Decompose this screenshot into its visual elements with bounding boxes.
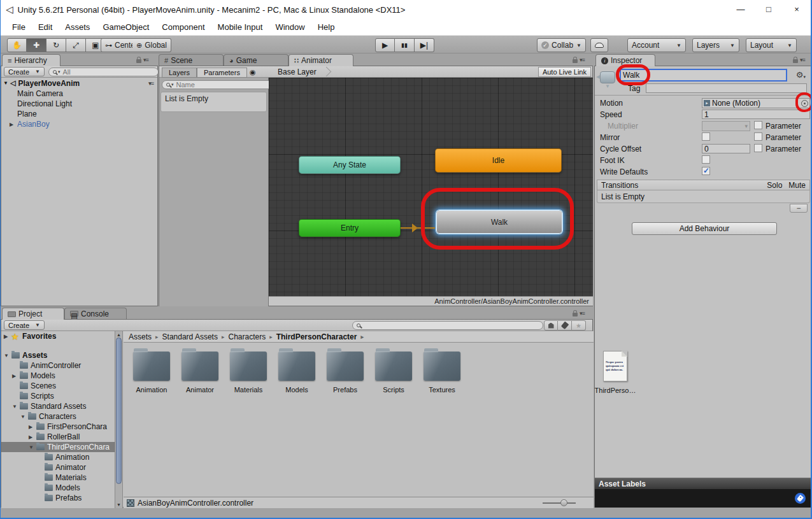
breadcrumb-item[interactable]: Assets — [129, 332, 162, 341]
tab[interactable]: Scene — [159, 54, 224, 66]
scene-row[interactable]: ▼ ◁ PlayerMoveAnim ▾≡ — [1, 78, 157, 89]
project-tree-item[interactable]: Scripts — [1, 391, 115, 401]
breadcrumb-item[interactable]: ThirdPersonCharacter — [276, 332, 367, 341]
hierarchy-item[interactable]: ▶ AsianBoy — [1, 119, 157, 129]
remove-transition-button[interactable]: − — [790, 204, 808, 213]
project-tree-item[interactable]: Materials — [1, 473, 115, 483]
project-tree-item[interactable]: ▼ ThirdPersonChara — [1, 442, 115, 452]
cycle-offset-input[interactable] — [702, 144, 750, 153]
hierarchy-item[interactable]: Plane — [1, 109, 157, 119]
project-tree-item[interactable]: ▶ FirstPersonChara — [1, 422, 115, 432]
project-tree-item[interactable]: Prefabs — [1, 493, 115, 503]
project-tree-item[interactable]: ▼ Assets — [1, 350, 115, 360]
motion-object-field[interactable]: ▸ None (Motion) — [702, 98, 810, 108]
project-tree-item[interactable]: Animator — [1, 462, 115, 473]
folder-tile[interactable]: Models — [273, 348, 321, 394]
state-node-idle[interactable]: Idle — [435, 148, 562, 173]
foldout-arrow-icon[interactable]: ▼ — [3, 80, 10, 86]
mirror-checkbox[interactable] — [702, 132, 710, 141]
lock-icon[interactable] — [573, 313, 578, 316]
state-node-any-state[interactable]: Any State — [299, 156, 401, 174]
account-dropdown[interactable]: Account ▼ — [627, 38, 686, 52]
state-node-entry[interactable]: Entry — [299, 219, 401, 237]
menu-item[interactable]: Assets — [59, 22, 96, 32]
parameters-search-input[interactable] — [175, 80, 268, 89]
pause-button[interactable]: ▮▮ — [395, 38, 415, 52]
foldout-arrow-icon[interactable]: ▼ — [20, 414, 28, 420]
foldout-arrow-icon[interactable]: ▼ — [4, 353, 11, 359]
thumbnail-zoom-slider[interactable] — [543, 502, 576, 504]
project-tree-item[interactable]: ▶ RollerBall — [1, 432, 115, 442]
cloud-button[interactable] — [590, 38, 608, 52]
auto-live-link-button[interactable]: Auto Live Link — [538, 67, 591, 77]
menu-item[interactable]: Component — [155, 22, 211, 32]
tab[interactable]: Animator — [288, 54, 353, 66]
lock-icon[interactable] — [793, 59, 798, 63]
collab-dropdown[interactable]: ✓ Collab ▼ — [537, 38, 586, 52]
foot-ik-checkbox[interactable] — [702, 155, 710, 164]
panel-menu-icon[interactable]: ▾≡ — [148, 80, 153, 87]
maximize-button[interactable]: □ — [755, 0, 783, 19]
foldout-arrow-icon[interactable]: ▼ — [12, 404, 20, 409]
search-by-type-button[interactable] — [544, 320, 558, 331]
folder-tile[interactable]: Materials — [224, 348, 273, 394]
scroll-up-icon[interactable]: ▲ — [117, 332, 121, 337]
lock-icon[interactable] — [573, 59, 578, 63]
folder-tile[interactable]: Animator — [176, 348, 224, 394]
project-tree-scrollbar[interactable]: ▲ ▼ — [115, 331, 123, 508]
breadcrumb-item[interactable]: Characters — [228, 332, 276, 341]
state-machine-graph[interactable]: Any State Entry Idle Walk — [269, 78, 593, 297]
menu-item[interactable]: Edit — [32, 22, 59, 32]
menu-item[interactable]: GameObject — [96, 22, 155, 32]
gear-icon[interactable]: ⚙ — [796, 70, 806, 80]
project-tree-item[interactable]: ▼ Characters — [1, 411, 115, 422]
project-create-button[interactable]: Create ▼ — [4, 320, 45, 330]
panel-menu-icon[interactable]: ▾≡ — [580, 310, 585, 316]
foldout-arrow-icon[interactable]: ▶ — [29, 434, 36, 440]
minimize-button[interactable]: — — [727, 0, 755, 19]
document-tile[interactable]: Neque porro quisquam est qui dolorem. Th… — [591, 348, 639, 394]
breadcrumb-item[interactable]: Standard Assets — [162, 332, 229, 341]
lock-icon[interactable] — [136, 59, 141, 63]
hierarchy-item[interactable]: Directional Light — [1, 99, 157, 109]
menu-item[interactable]: Mobile Input — [211, 22, 269, 32]
eye-icon[interactable]: ◉ — [250, 68, 256, 76]
menu-item[interactable]: Window — [269, 22, 311, 32]
step-button[interactable]: ▶| — [415, 38, 434, 52]
state-name-input[interactable] — [620, 69, 787, 81]
project-tree-item[interactable]: ▶ Models — [1, 371, 115, 381]
folder-tile[interactable]: Prefabs — [321, 348, 369, 394]
foldout-arrow-icon[interactable]: ▶ — [29, 424, 36, 430]
scale-tool-button[interactable]: ⤢ — [66, 38, 86, 52]
panel-menu-icon[interactable]: ▾≡ — [143, 57, 148, 63]
mirror-parameter-checkbox[interactable] — [754, 132, 762, 141]
favorites-filter-button[interactable]: ★ — [572, 320, 586, 331]
project-tree-item[interactable]: Scenes — [1, 381, 115, 391]
layer-breadcrumb[interactable]: Base Layer — [271, 66, 330, 77]
folder-tile[interactable]: Scripts — [369, 348, 418, 394]
animator-side-tab[interactable]: Parameters — [197, 68, 247, 78]
hand-tool-button[interactable]: ✋ — [7, 38, 27, 52]
hierarchy-create-button[interactable]: Create ▼ — [4, 67, 45, 76]
space-toggle-button[interactable]: ⊕ Global — [132, 38, 171, 52]
move-tool-button[interactable]: ✚ — [27, 38, 46, 52]
panel-menu-icon[interactable]: ▾≡ — [580, 57, 585, 63]
play-button[interactable]: ▶ — [375, 38, 395, 52]
object-picker-icon[interactable] — [801, 100, 808, 107]
hierarchy-search-input[interactable] — [61, 68, 154, 76]
cycle-parameter-checkbox[interactable] — [754, 144, 762, 152]
scrollbar-thumb[interactable] — [116, 338, 122, 484]
slider-thumb[interactable] — [560, 499, 567, 506]
tab-hierarchy[interactable]: Hierarchy — [2, 54, 61, 66]
layers-dropdown[interactable]: Layers ▼ — [692, 38, 739, 52]
menu-item[interactable]: File — [6, 22, 32, 32]
tab[interactable]: Console — [64, 308, 127, 319]
project-tree-item[interactable]: Animation — [1, 452, 115, 462]
project-tree-item[interactable]: ▶ Favorites — [1, 331, 115, 341]
foldout-arrow-icon[interactable]: ▶ — [4, 334, 11, 339]
label-tag-icon[interactable] — [795, 493, 806, 504]
hierarchy-item[interactable]: Main Camera — [1, 89, 157, 99]
multiplier-parameter-checkbox[interactable] — [754, 121, 762, 129]
project-tree-item[interactable]: Models — [1, 483, 115, 493]
transition-entry-to-idle[interactable] — [401, 227, 435, 229]
